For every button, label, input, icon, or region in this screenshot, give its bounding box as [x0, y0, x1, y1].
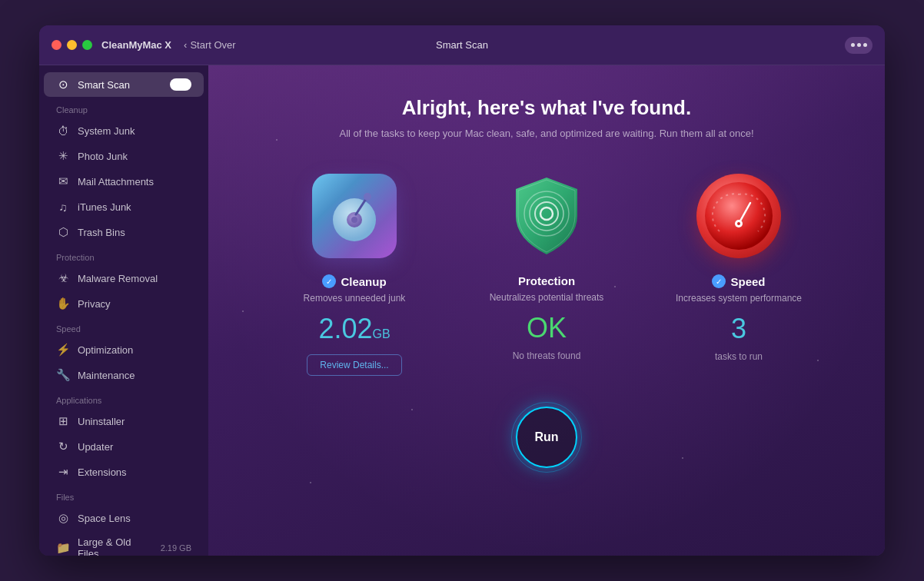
- close-button[interactable]: [52, 40, 61, 50]
- sidebar-item-malware-removal[interactable]: ☣ Malware Removal: [44, 266, 204, 290]
- speed-card-subtitle: Increases system performance: [676, 293, 802, 304]
- sidebar-label-itunes: iTunes Junk: [78, 201, 191, 213]
- sidebar-item-updater[interactable]: ↻ Updater: [44, 434, 204, 459]
- maximize-button[interactable]: [82, 40, 92, 50]
- speed-card: ✓ Speed Increases system performance 3 t…: [654, 170, 823, 362]
- speed-icon-wrap: [693, 170, 785, 262]
- section-label-protection: Protection: [39, 245, 208, 265]
- sidebar-label-trash: Trash Bins: [78, 227, 191, 238]
- main-content: Alright, here's what I've found. All of …: [208, 65, 885, 556]
- svg-point-12: [737, 222, 740, 225]
- sidebar-label-system-junk: System Junk: [78, 125, 191, 137]
- optimization-icon: ⚡: [56, 343, 70, 357]
- sidebar-item-large-old-files[interactable]: 📁 Large & Old Files 2.19 GB: [44, 531, 204, 556]
- content-area: ⊙ Smart Scan Cleanup ⏱ System Junk ✳ Pho…: [39, 65, 885, 556]
- cleanup-card-value: 2.02GB: [318, 313, 390, 345]
- malware-icon: ☣: [56, 271, 70, 285]
- cleanup-check-icon: ✓: [322, 274, 336, 288]
- section-label-applications: Applications: [39, 388, 208, 408]
- sidebar-label-mail: Mail Attachments: [78, 176, 191, 188]
- smart-scan-toggle[interactable]: [170, 78, 191, 91]
- sidebar-item-itunes-junk[interactable]: ♫ iTunes Junk: [44, 194, 204, 219]
- cleanup-icon-wrap: [308, 170, 401, 262]
- sidebar-label-malware: Malware Removal: [78, 273, 191, 284]
- traffic-lights: [52, 40, 92, 50]
- maintenance-icon: 🔧: [56, 368, 70, 382]
- speed-value-number: 3: [731, 313, 746, 344]
- cleanup-card-subtitle: Removes unneeded junk: [304, 293, 406, 304]
- cards-row: ✓ Cleanup Removes unneeded junk 2.02GB R…: [270, 170, 823, 376]
- review-details-button[interactable]: Review Details...: [307, 354, 401, 376]
- back-label: Start Over: [190, 39, 235, 51]
- sidebar-label-uninstaller: Uninstaller: [78, 416, 191, 427]
- sidebar-label-extensions: Extensions: [78, 466, 191, 478]
- trash-icon: ⬡: [56, 225, 70, 239]
- mail-icon: ✉: [56, 174, 70, 188]
- sidebar-item-smart-scan[interactable]: ⊙ Smart Scan: [44, 72, 204, 97]
- cleanup-card-title: Cleanup: [341, 275, 386, 288]
- speed-card-value: 3: [731, 313, 746, 345]
- svg-point-4: [364, 193, 371, 201]
- sidebar-item-mail-attachments[interactable]: ✉ Mail Attachments: [44, 169, 204, 194]
- cleanup-card: ✓ Cleanup Removes unneeded junk 2.02GB R…: [270, 170, 439, 376]
- sidebar-item-optimization[interactable]: ⚡ Optimization: [44, 337, 204, 362]
- protection-card-title: Protection: [518, 274, 575, 287]
- cleanup-value-number: 2.02: [318, 313, 372, 344]
- dot-icon-2: [857, 43, 861, 47]
- section-label-cleanup: Cleanup: [39, 98, 208, 118]
- cleanup-value-unit: GB: [372, 327, 390, 340]
- sidebar-item-trash-bins[interactable]: ⬡ Trash Bins: [44, 220, 204, 244]
- speed-card-detail: tasks to run: [715, 351, 763, 362]
- back-chevron-icon: ‹: [184, 39, 187, 51]
- sidebar-item-system-junk[interactable]: ⏱ System Junk: [44, 118, 204, 143]
- sidebar-item-privacy[interactable]: ✋ Privacy: [44, 291, 204, 316]
- cleanup-disk-svg: [324, 185, 385, 247]
- titlebar: CleanMyMac X ‹ Start Over Smart Scan: [39, 25, 885, 65]
- system-junk-icon: ⏱: [56, 124, 70, 138]
- protection-card-value: OK: [527, 312, 567, 344]
- protection-shield-svg: [508, 174, 585, 258]
- sidebar-item-space-lens[interactable]: ◎ Space Lens: [44, 506, 204, 530]
- protection-value-text: OK: [527, 312, 567, 344]
- app-name: CleanMyMac X: [101, 39, 171, 51]
- minimize-button[interactable]: [67, 40, 77, 50]
- svg-point-9: [705, 182, 773, 250]
- space-lens-icon: ◎: [56, 511, 70, 525]
- speed-title-row: ✓ Speed: [712, 274, 765, 288]
- sidebar-item-photo-junk[interactable]: ✳ Photo Junk: [44, 144, 204, 168]
- page-subtitle: All of the tasks to keep your Mac clean,…: [339, 128, 753, 139]
- run-button[interactable]: Run: [516, 407, 577, 468]
- sidebar: ⊙ Smart Scan Cleanup ⏱ System Junk ✳ Pho…: [39, 65, 208, 556]
- page-title: Alright, here's what I've found.: [402, 96, 691, 120]
- dot-icon-1: [851, 43, 855, 47]
- section-label-files: Files: [39, 485, 208, 505]
- back-button[interactable]: ‹ Start Over: [184, 39, 236, 51]
- cleanup-title-row: ✓ Cleanup: [322, 274, 386, 288]
- protection-card: Protection Neutralizes potential threats…: [462, 170, 631, 361]
- speed-card-title: Speed: [730, 275, 765, 288]
- large-files-size: 2.19 GB: [161, 543, 191, 553]
- sidebar-label-space-lens: Space Lens: [78, 513, 191, 524]
- section-label-speed: Speed: [39, 317, 208, 337]
- protection-icon-wrap: [504, 170, 589, 262]
- privacy-icon: ✋: [56, 297, 70, 310]
- sidebar-label-photo-junk: Photo Junk: [78, 151, 191, 162]
- sidebar-item-extensions[interactable]: ⇥ Extensions: [44, 460, 204, 484]
- speed-check-icon: ✓: [712, 274, 726, 288]
- itunes-icon: ♫: [56, 200, 70, 214]
- extensions-icon: ⇥: [56, 465, 70, 479]
- app-window: CleanMyMac X ‹ Start Over Smart Scan ⊙ S…: [39, 25, 885, 556]
- sidebar-label-large-files: Large & Old Files: [78, 536, 153, 556]
- speed-gauge-icon: [696, 174, 781, 258]
- photo-junk-icon: ✳: [56, 149, 70, 163]
- more-options-button[interactable]: [845, 37, 872, 54]
- cleanup-disk-icon: [312, 174, 397, 258]
- smart-scan-icon: ⊙: [56, 78, 70, 91]
- sidebar-label-maintenance: Maintenance: [78, 370, 191, 381]
- sidebar-item-maintenance[interactable]: 🔧 Maintenance: [44, 363, 204, 387]
- sidebar-label-privacy: Privacy: [78, 298, 191, 310]
- updater-icon: ↻: [56, 440, 70, 453]
- sidebar-item-uninstaller[interactable]: ⊞ Uninstaller: [44, 409, 204, 433]
- window-title: Smart Scan: [436, 39, 488, 51]
- run-button-wrap: Run: [516, 407, 577, 468]
